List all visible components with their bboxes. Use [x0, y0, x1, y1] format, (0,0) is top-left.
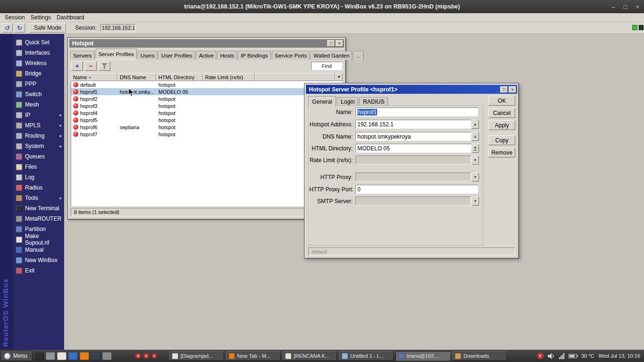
- hotspot-address-input[interactable]: 192.168.152.1: [355, 120, 471, 129]
- browse-directory-button[interactable]: ▼: [471, 144, 479, 153]
- clock[interactable]: Wed Jul 13, 10:16: [599, 353, 640, 359]
- sidebar-item-exit[interactable]: Exit: [13, 265, 64, 276]
- tab-general[interactable]: General: [308, 96, 336, 107]
- menu-settings[interactable]: Settings: [29, 14, 55, 21]
- dropdown-button[interactable]: ▼: [471, 197, 479, 206]
- http-proxy-input[interactable]: [355, 173, 471, 181]
- smtp-server-input[interactable]: [355, 197, 471, 206]
- sidebar-item-bridge[interactable]: Bridge: [13, 68, 64, 79]
- cancel-button[interactable]: Cancel: [488, 108, 515, 118]
- sidebar-item-make-supout[interactable]: Make Supout.rif: [13, 234, 64, 245]
- tab-login[interactable]: Login: [337, 97, 358, 106]
- status-badge-1[interactable]: ✕: [135, 353, 141, 359]
- sidebar-item-manual[interactable]: Manual: [13, 245, 64, 255]
- tab-service-ports[interactable]: Service Ports: [272, 51, 310, 60]
- close-icon[interactable]: ×: [509, 86, 516, 93]
- taskbar-window-rencana[interactable]: [RENCANA K...: [282, 351, 337, 361]
- safe-mode-button[interactable]: Safe Mode: [29, 23, 66, 33]
- column-header-html-directory[interactable]: HTML Directory: [156, 73, 203, 81]
- collapse-field-button[interactable]: ▲: [471, 132, 479, 141]
- menu-dashboard[interactable]: Dashboard: [55, 14, 88, 21]
- tab-overflow[interactable]: ...: [353, 51, 363, 60]
- sidebar-item-queues[interactable]: Queues: [13, 151, 64, 162]
- tab-hosts[interactable]: Hosts: [217, 51, 237, 60]
- sidebar-item-new-winbox[interactable]: New WinBox: [13, 255, 64, 265]
- taskbar-window-diagram[interactable]: [Diagramjad...: [169, 351, 224, 361]
- signal-strength-icon[interactable]: [559, 353, 564, 359]
- table-row-selected[interactable]: hsprof1hotspot.smky...MODELO 05: [71, 88, 342, 95]
- table-row[interactable]: hsprof5hotspot: [71, 116, 342, 123]
- filter-button[interactable]: [99, 61, 110, 71]
- sidebar-item-quick-set[interactable]: Quick Set: [13, 37, 64, 48]
- tab-radius[interactable]: RADIUS: [359, 97, 388, 106]
- status-badge-2[interactable]: ✕: [143, 353, 149, 359]
- http-proxy-port-input[interactable]: 0: [355, 185, 478, 194]
- sidebar-item-tools[interactable]: Tools▸: [13, 193, 64, 203]
- sidebar-item-new-terminal[interactable]: New Terminal: [13, 203, 64, 214]
- sidebar-item-ppp[interactable]: PPP: [13, 79, 64, 89]
- sidebar-item-routing[interactable]: Routing▸: [13, 131, 64, 141]
- dialog-titlebar[interactable]: Hotspot Server Profile <hsprof1> □ ×: [306, 85, 517, 94]
- firefox-launcher-icon[interactable]: [80, 352, 89, 360]
- battery-icon[interactable]: [569, 354, 577, 358]
- applications-menu-button[interactable]: Menu: [1, 351, 33, 361]
- redo-button[interactable]: ↻: [14, 23, 25, 33]
- ok-button[interactable]: OK: [488, 96, 515, 106]
- tab-server-profiles[interactable]: Server Profiles: [96, 49, 137, 59]
- volume-icon[interactable]: [548, 353, 555, 359]
- rate-limit-input[interactable]: [355, 156, 471, 165]
- collapse-field-button[interactable]: ▲: [471, 120, 479, 129]
- taskbar-window-winbox[interactable]: triana@192....: [396, 351, 450, 361]
- name-input[interactable]: hsprof1: [355, 107, 478, 116]
- remove-button[interactable]: Remove: [488, 148, 515, 157]
- editor-launcher-icon[interactable]: [57, 352, 66, 360]
- browser-launcher-icon[interactable]: [68, 352, 78, 360]
- menu-session[interactable]: Session: [3, 14, 29, 21]
- sidebar-item-ip[interactable]: IP▸: [13, 110, 64, 120]
- sidebar-item-switch[interactable]: Switch: [13, 89, 64, 99]
- maximize-icon[interactable]: □: [624, 3, 627, 10]
- tab-user-profiles[interactable]: User Profiles: [158, 51, 195, 60]
- column-header-rate-limit[interactable]: Rate Limit (rx/tx): [203, 73, 255, 81]
- table-row[interactable]: hsprof4hotspot: [71, 109, 342, 116]
- status-badge-3[interactable]: ✕: [151, 353, 157, 359]
- tab-users[interactable]: Users: [138, 51, 157, 60]
- taskbar-window-firefox[interactable]: New Tab - M...: [226, 351, 281, 361]
- dropdown-button[interactable]: ▼: [471, 156, 479, 165]
- minimize-icon[interactable]: –: [611, 3, 615, 10]
- maximize-icon[interactable]: □: [500, 86, 508, 93]
- tab-servers[interactable]: Servers: [70, 51, 95, 60]
- sidebar-item-radius[interactable]: Radius: [13, 182, 64, 193]
- sidebar-item-interfaces[interactable]: Interfaces: [13, 48, 64, 58]
- dns-name-input[interactable]: hotspot.smkypekroya: [355, 132, 471, 141]
- maximize-icon[interactable]: □: [327, 40, 335, 47]
- dropdown-button[interactable]: ▼: [471, 173, 479, 181]
- close-icon[interactable]: ×: [636, 3, 639, 10]
- table-row[interactable]: hsprof7hotspot: [71, 131, 342, 138]
- table-row[interactable]: hsprof2hotspot: [71, 95, 342, 102]
- taskbar-window-downloads[interactable]: Downloads: [452, 351, 507, 361]
- table-row[interactable]: hsprof6septianahotspot: [71, 123, 342, 131]
- table-row[interactable]: hsprof3hotspot: [71, 102, 342, 109]
- globe-launcher-icon[interactable]: [91, 352, 100, 360]
- html-directory-input[interactable]: MODELO 05: [355, 144, 471, 153]
- add-button[interactable]: +: [71, 61, 83, 71]
- sidebar-item-metarouter[interactable]: MetaROUTER: [13, 214, 64, 224]
- column-header-dns[interactable]: DNS Name: [117, 73, 156, 81]
- media-launcher-icon[interactable]: [102, 352, 112, 360]
- taskbar-window-untitled[interactable]: Untitled 1 - L...: [339, 351, 394, 361]
- close-icon[interactable]: ×: [336, 40, 343, 47]
- notification-icon[interactable]: ✕: [537, 353, 544, 359]
- undo-button[interactable]: ↺: [2, 23, 13, 33]
- tab-ip-bindings[interactable]: IP Bindings: [238, 51, 271, 60]
- tab-active[interactable]: Active: [196, 51, 216, 60]
- terminal-launcher-icon[interactable]: [34, 352, 44, 360]
- column-header-name[interactable]: Name▲: [71, 73, 117, 81]
- table-row[interactable]: defaulthotspot: [71, 81, 342, 88]
- filemanager-launcher-icon[interactable]: [46, 352, 55, 360]
- sidebar-item-wireless[interactable]: Wireless: [13, 58, 64, 68]
- remove-button[interactable]: −: [85, 61, 97, 71]
- sidebar-item-log[interactable]: Log: [13, 172, 64, 182]
- sidebar-item-mesh[interactable]: Mesh: [13, 99, 64, 110]
- copy-button[interactable]: Copy: [488, 135, 515, 145]
